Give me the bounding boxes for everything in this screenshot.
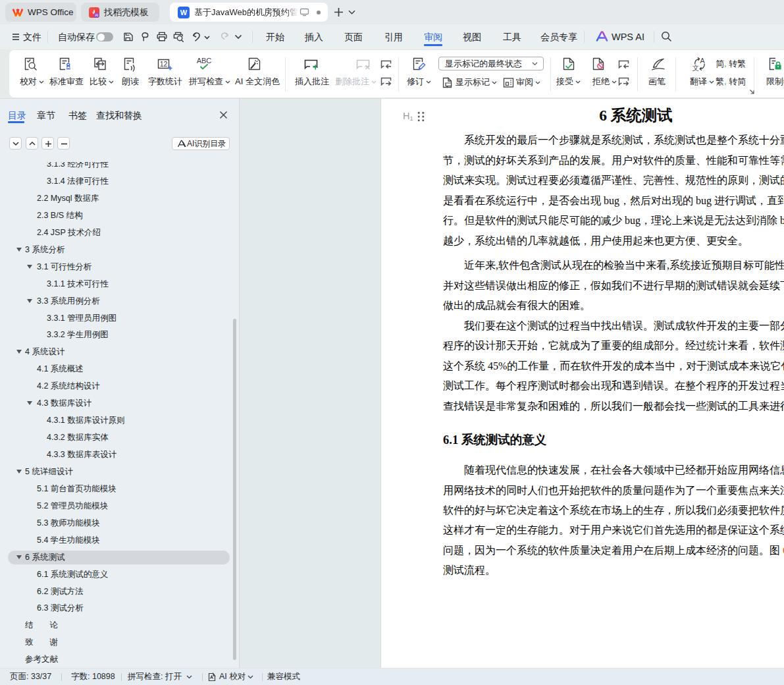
svg-text:AI: AI xyxy=(95,13,98,17)
svg-text:W: W xyxy=(180,9,188,16)
svg-text:12: 12 xyxy=(160,60,168,68)
svg-text:A: A xyxy=(700,57,705,65)
svg-text:ABC: ABC xyxy=(197,57,212,65)
svg-text:文: 文 xyxy=(693,64,700,72)
